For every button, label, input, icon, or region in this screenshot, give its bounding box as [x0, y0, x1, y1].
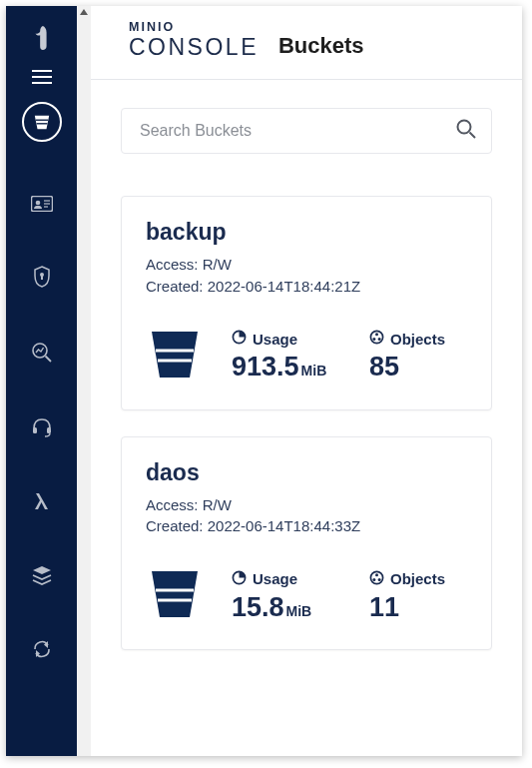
- header: MINIO CONSOLE Buckets: [91, 6, 522, 80]
- svg-marker-16: [33, 566, 51, 574]
- sidebar-item-replication[interactable]: [6, 639, 77, 659]
- usage-unit: MiB: [286, 603, 312, 619]
- bucket-stats: Usage 913.5MiB: [146, 326, 467, 387]
- headset-icon: [31, 417, 53, 437]
- bucket-name: daos: [146, 459, 467, 486]
- svg-point-35: [378, 577, 381, 580]
- stat-objects: Objects 85: [369, 330, 479, 383]
- bucket-created: Created: 2022-06-14T18:44:33Z: [146, 515, 467, 537]
- bucket-card[interactable]: daos Access: R/W Created: 2022-06-14T18:…: [121, 436, 492, 651]
- bucket-icon: [146, 326, 204, 387]
- bucket-card[interactable]: backup Access: R/W Created: 2022-06-14T1…: [121, 196, 492, 410]
- lambda-icon: [33, 491, 51, 511]
- hamburger-icon: [32, 70, 52, 84]
- svg-rect-14: [33, 427, 37, 433]
- bucket-icon: [146, 565, 204, 627]
- svg-point-28: [378, 338, 381, 341]
- logo-top-text: MINIO: [129, 20, 259, 34]
- search-input[interactable]: [140, 122, 455, 140]
- sidebar: [6, 6, 77, 756]
- sidebar-logo[interactable]: [6, 24, 77, 52]
- sidebar-item-identity[interactable]: [6, 196, 77, 212]
- objects-value: 85: [369, 352, 399, 383]
- content: backup Access: R/W Created: 2022-06-14T1…: [91, 80, 522, 756]
- svg-line-13: [45, 357, 51, 363]
- svg-point-34: [372, 577, 375, 580]
- bucket-name: backup: [146, 219, 467, 246]
- bucket-access: Access: R/W: [146, 254, 467, 276]
- usage-unit: MiB: [301, 363, 327, 379]
- svg-rect-15: [47, 427, 51, 433]
- svg-point-27: [372, 338, 375, 341]
- stat-usage: Usage 15.8MiB: [232, 570, 341, 623]
- objects-icon: [369, 330, 384, 348]
- stat-usage: Usage 913.5MiB: [232, 330, 341, 383]
- sidebar-item-monitoring[interactable]: [6, 342, 77, 364]
- search-wrap: [121, 108, 492, 154]
- bucket-stats: Usage 15.8MiB: [146, 565, 467, 627]
- svg-line-21: [470, 133, 476, 139]
- sidebar-item-lambda[interactable]: [6, 491, 77, 511]
- pie-icon: [232, 570, 247, 588]
- search-icon[interactable]: [455, 118, 477, 144]
- scrollbar[interactable]: [77, 6, 91, 756]
- main-panel: MINIO CONSOLE Buckets backup Access:: [91, 6, 522, 756]
- scroll-up-arrow[interactable]: [77, 8, 91, 18]
- svg-point-20: [458, 121, 471, 134]
- sidebar-item-tiers[interactable]: [6, 565, 77, 585]
- svg-point-33: [375, 573, 378, 576]
- usage-label: Usage: [253, 570, 297, 587]
- logo-main-text: CONSOLE: [129, 34, 259, 61]
- objects-label: Objects: [390, 331, 445, 348]
- objects-label: Objects: [390, 570, 445, 587]
- bucket-icon: [22, 102, 62, 142]
- sidebar-item-access[interactable]: [6, 266, 77, 288]
- bird-icon: [31, 24, 53, 52]
- layers-icon: [31, 565, 53, 585]
- magnifier-chart-icon: [31, 342, 53, 364]
- svg-point-26: [375, 333, 378, 336]
- id-card-icon: [31, 196, 53, 212]
- svg-marker-19: [80, 9, 88, 15]
- usage-value: 15.8: [232, 592, 284, 623]
- stat-objects: Objects 11: [369, 570, 479, 623]
- usage-label: Usage: [253, 331, 297, 348]
- usage-value: 913.5: [232, 352, 299, 383]
- page-title: Buckets: [278, 33, 364, 61]
- shield-lock-icon: [33, 266, 51, 288]
- sidebar-item-support[interactable]: [6, 417, 77, 437]
- objects-icon: [369, 570, 384, 588]
- svg-point-6: [35, 201, 40, 206]
- sidebar-menu-toggle[interactable]: [6, 70, 77, 84]
- console-logo: MINIO CONSOLE: [129, 20, 259, 61]
- sidebar-item-buckets[interactable]: [6, 102, 77, 142]
- pie-icon: [232, 330, 247, 348]
- svg-rect-11: [41, 276, 43, 280]
- bucket-access: Access: R/W: [146, 494, 467, 516]
- objects-value: 11: [369, 592, 399, 623]
- bucket-created: Created: 2022-06-14T18:44:21Z: [146, 276, 467, 298]
- sync-icon: [32, 639, 52, 659]
